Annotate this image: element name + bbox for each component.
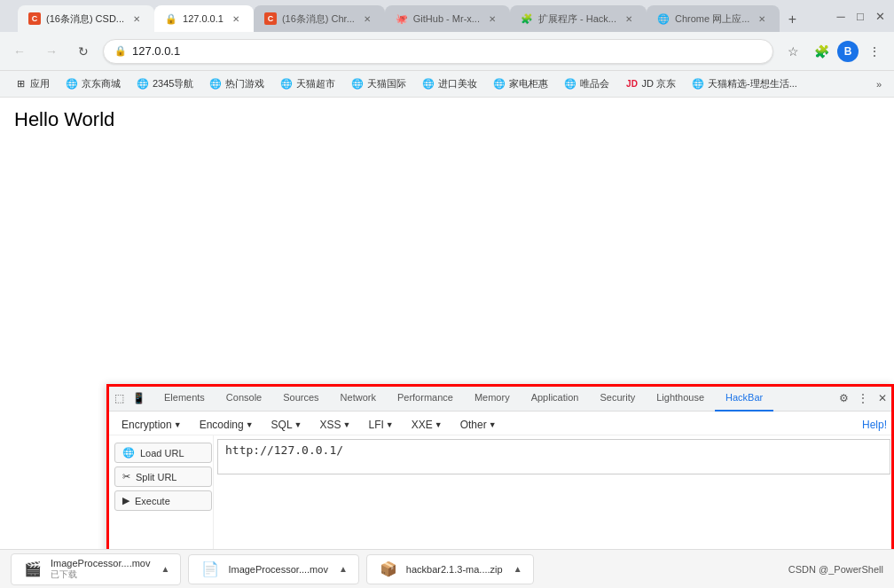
download-3-chevron: ▲ — [514, 564, 522, 574]
taskbar-download-3[interactable]: 📦 hackbar2.1.3-ma....zip ▲ — [366, 554, 534, 584]
tab-close-webstore[interactable]: ✕ — [755, 12, 769, 26]
tab-csdn2[interactable]: C (16条消息) Chr... ✕ — [254, 5, 385, 32]
tab-elements[interactable]: Elements — [153, 385, 216, 412]
menu-icon[interactable]: ⋮ — [862, 39, 887, 64]
title-bar: C (16条消息) CSD... ✕ 🔒 127.0.0.1 ✕ C (16条消… — [0, 0, 894, 32]
tab-label-github: GitHub - Mr-x... — [413, 13, 480, 24]
tab-console[interactable]: Console — [216, 385, 272, 412]
bookmark-apps[interactable]: ⊞ 应用 — [7, 75, 57, 92]
tab-close-localhost[interactable]: ✕ — [229, 12, 243, 26]
hackbar-menu: Encryption ▼ Encoding ▼ SQL ▼ XSS ▼ — [107, 415, 894, 435]
bookmark-tmall-intl[interactable]: 🌐 天猫国际 — [344, 75, 413, 92]
bookmarks-bar: ⊞ 应用 🌐 京东商城 🌐 2345导航 🌐 热门游戏 🌐 天猫超市 🌐 天猫国… — [0, 71, 894, 98]
tab-close-extensions[interactable]: ✕ — [622, 12, 636, 26]
tab-favicon-extensions: 🧩 — [521, 12, 533, 25]
bookmark-vip-label: 唯品会 — [580, 77, 609, 90]
devtools-right-icons: ⚙ ⋮ ✕ — [835, 390, 890, 406]
hackbar-help-button[interactable]: Help! — [862, 419, 887, 431]
download-2-info: ImageProcessor....mov — [228, 564, 328, 575]
tab-network[interactable]: Network — [330, 385, 387, 412]
hackbar-other-menu[interactable]: Other ▼ — [453, 417, 504, 433]
tab-close-csdn[interactable]: ✕ — [129, 12, 144, 26]
devtools-device-icon[interactable]: 📱 — [130, 390, 146, 406]
back-button[interactable]: ← — [7, 39, 32, 64]
hackbar-url-input[interactable]: http://127.0.0.1/ — [217, 439, 890, 474]
hackbar-xxe-menu[interactable]: XXE ▼ — [404, 417, 450, 433]
maximize-button[interactable]: □ — [853, 9, 867, 23]
tab-favicon-localhost: 🔒 — [165, 12, 177, 25]
bookmark-vip[interactable]: 🌐 唯品会 — [557, 75, 616, 92]
devtools-tabs-bar: ⬚ 📱 Elements Console Sources Network Per… — [107, 385, 894, 412]
new-tab-button[interactable]: + — [780, 7, 804, 32]
url-bar[interactable]: 🔒 127.0.0.1 — [103, 39, 773, 64]
toolbar-icons: ☆ 🧩 B ⋮ — [780, 39, 887, 64]
tab-close-csdn2[interactable]: ✕ — [360, 12, 374, 26]
bookmark-appliance[interactable]: 🌐 家电柜惠 — [486, 75, 555, 92]
tab-hackbar[interactable]: HackBar — [715, 385, 773, 412]
bookmarks-more-button[interactable]: » — [871, 77, 887, 91]
page-content: Hello World ⬚ 📱 Elements Console Sources — [0, 98, 894, 588]
hackbar-sql-menu[interactable]: SQL ▼ — [264, 417, 310, 433]
hackbar-encoding-menu[interactable]: Encoding ▼ — [192, 417, 261, 433]
tab-close-github[interactable]: ✕ — [485, 12, 499, 26]
split-url-button[interactable]: ✂ Split URL — [114, 466, 212, 487]
bookmark-beauty-label: 进口美妆 — [438, 77, 477, 90]
tab-lighthouse[interactable]: Lighthouse — [646, 385, 715, 412]
taskbar-download-1[interactable]: 🎬 ImageProcessor....mov 已下载 ▲ — [11, 553, 181, 585]
lfi-dropdown-arrow: ▼ — [386, 420, 394, 429]
tab-webstore[interactable]: 🌐 Chrome 网上应... ✕ — [647, 5, 780, 32]
hackbar-encryption-menu[interactable]: Encryption ▼ — [114, 417, 189, 433]
profile-avatar[interactable]: B — [837, 41, 859, 62]
tab-application[interactable]: Application — [521, 385, 590, 412]
tab-performance[interactable]: Performance — [387, 385, 464, 412]
minimize-button[interactable]: ─ — [834, 9, 848, 23]
bookmark-jd2[interactable]: JD JD 京东 — [618, 75, 683, 92]
download-1-chevron: ▲ — [161, 564, 170, 574]
bookmark-icon[interactable]: ☆ — [780, 39, 805, 64]
bookmark-2345[interactable]: 🌐 2345导航 — [129, 75, 200, 92]
tab-github[interactable]: 🐙 GitHub - Mr-x... ✕ — [385, 5, 510, 32]
bookmark-games[interactable]: 🌐 热门游戏 — [202, 75, 271, 92]
tab-localhost[interactable]: 🔒 127.0.0.1 ✕ — [154, 5, 254, 32]
window-controls-right: ─ □ ✕ — [834, 9, 887, 23]
load-url-icon: 🌐 — [122, 447, 135, 459]
bookmark-tmall[interactable]: 🌐 天猫超市 — [273, 75, 342, 92]
download-2-chevron: ▲ — [339, 564, 348, 574]
beauty-icon: 🌐 — [422, 78, 435, 90]
2345-icon: 🌐 — [137, 78, 149, 90]
execute-button[interactable]: ▶ Execute — [114, 490, 212, 511]
devtools-settings-icon[interactable]: ⚙ — [835, 390, 851, 406]
download-1-info: ImageProcessor....mov 已下载 — [51, 558, 151, 581]
bookmark-jd[interactable]: 🌐 京东商城 — [59, 75, 128, 92]
tab-csdn[interactable]: C (16条消息) CSD... ✕ — [18, 5, 154, 32]
bookmark-tmall-select[interactable]: 🌐 天猫精选-理想生活... — [685, 75, 804, 92]
bookmark-appliance-label: 家电柜惠 — [509, 77, 548, 90]
taskbar-right: CSDN @_PowerShell — [788, 564, 883, 575]
hackbar-xss-menu[interactable]: XSS ▼ — [313, 417, 358, 433]
execute-icon: ▶ — [122, 495, 129, 506]
download-2-name: ImageProcessor....mov — [228, 564, 328, 575]
devtools-more-icon[interactable]: ⋮ — [855, 390, 871, 406]
bookmark-tmall-intl-label: 天猫国际 — [367, 77, 406, 90]
download-1-status: 已下载 — [51, 568, 151, 581]
load-url-button[interactable]: 🌐 Load URL — [114, 443, 212, 463]
devtools-inspect-icon[interactable]: ⬚ — [111, 390, 127, 406]
taskbar-download-2[interactable]: 📄 ImageProcessor....mov ▲ — [188, 554, 358, 584]
bookmark-beauty[interactable]: 🌐 进口美妆 — [415, 75, 484, 92]
tab-extensions[interactable]: 🧩 扩展程序 - Hack... ✕ — [510, 5, 647, 32]
tab-security[interactable]: Security — [589, 385, 646, 412]
tabs-container: C (16条消息) CSD... ✕ 🔒 127.0.0.1 ✕ C (16条消… — [18, 0, 830, 32]
bookmark-games-label: 热门游戏 — [225, 77, 264, 90]
extensions-icon[interactable]: 🧩 — [809, 39, 834, 64]
devtools-close-icon[interactable]: ✕ — [874, 390, 890, 406]
hackbar-lfi-menu[interactable]: LFI ▼ — [361, 417, 400, 433]
close-button[interactable]: ✕ — [873, 9, 887, 23]
tab-memory[interactable]: Memory — [464, 385, 521, 412]
appliance-icon: 🌐 — [493, 78, 506, 90]
forward-button[interactable]: → — [39, 39, 64, 64]
refresh-button[interactable]: ↻ — [71, 39, 96, 64]
tab-sources[interactable]: Sources — [272, 385, 329, 412]
apps-icon: ⊞ — [14, 78, 27, 90]
bookmark-apps-label: 应用 — [30, 77, 50, 90]
download-3-info: hackbar2.1.3-ma....zip — [406, 564, 503, 575]
